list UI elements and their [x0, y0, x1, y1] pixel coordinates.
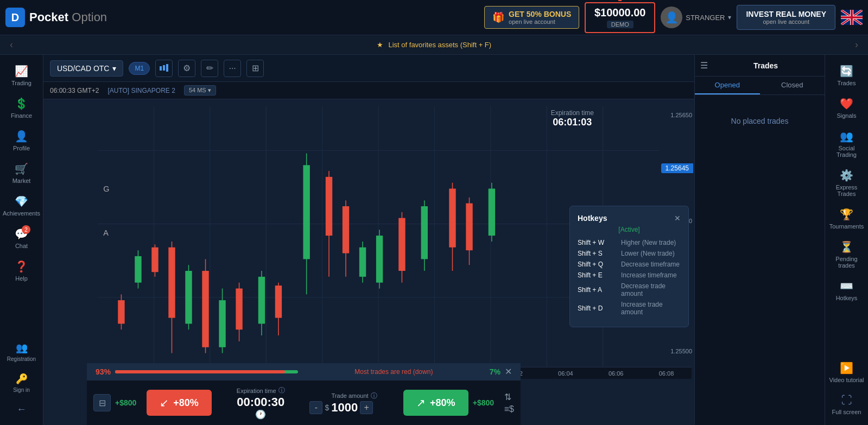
amount-controls: - $ 1000 +	[309, 401, 398, 415]
nav-right-arrow[interactable]: ›	[851, 39, 863, 50]
far-right-label-trades: Trades	[838, 80, 856, 86]
hotkey-key-1: Shift + W	[578, 239, 621, 246]
time-label-12: 06:08	[659, 370, 674, 377]
tab-opened[interactable]: Opened	[695, 77, 760, 94]
price-label-top: 1.25650	[670, 112, 692, 118]
clock-icon[interactable]: 🕐	[216, 409, 305, 420]
timeframe-value: M1	[135, 65, 144, 72]
far-right-item-signals[interactable]: ❤️ Signals	[827, 93, 866, 123]
sort-icon[interactable]: ⇅	[504, 392, 514, 402]
far-right-item-express-trades[interactable]: ⚙️ Express Trades	[827, 164, 866, 201]
hotkey-desc-2: Lower (New trade)	[621, 250, 675, 257]
hotkeys-title: Hotkeys	[578, 214, 607, 223]
trades-panel: ☰ Trades Opened Closed No placed trades	[694, 55, 825, 425]
far-right-label-hotkeys: Hotkeys	[836, 295, 858, 301]
trend-red-percent: 93%	[96, 367, 111, 376]
hotkeys-panel-header: Hotkeys ✕	[578, 214, 681, 223]
nav-left-arrow[interactable]: ‹	[5, 39, 17, 50]
sidebar-item-registration[interactable]: 👥 Registration	[2, 338, 41, 366]
svg-rect-44	[343, 206, 349, 253]
hotkey-key-4: Shift + E	[578, 271, 621, 279]
info-icon: ⓘ	[278, 386, 285, 395]
collapse-button[interactable]: ⊟	[93, 394, 111, 411]
hotkey-key-6: Shift + D	[578, 305, 621, 312]
invest-button[interactable]: INVEST REAL MONEY open live account	[737, 5, 835, 30]
favorites-text[interactable]: ★ List of favorites assets (Shift + F)	[377, 41, 491, 49]
far-right-item-tournaments[interactable]: 🏆 Tournaments	[827, 204, 866, 234]
far-right-label-express-trades: Express Trades	[829, 184, 864, 197]
sidebar-label-profile: Profile	[13, 145, 30, 151]
hotkey-desc-4: Increase timeframe	[621, 271, 677, 279]
svg-rect-26	[168, 248, 175, 318]
more-button[interactable]: ···	[224, 60, 241, 77]
user-button[interactable]: 👤 STRANGER ▾	[661, 7, 731, 28]
hotkey-desc-5: Decrease trade amount	[621, 282, 681, 297]
expiration-time: 06:01:03	[551, 117, 594, 128]
server-time: 06:00:33 GMT+2	[50, 87, 99, 94]
bonus-button[interactable]: 🎁 GET 50% BONUS open live account	[484, 6, 579, 29]
far-right-item-pending-trades[interactable]: ⏳ Pending trades	[827, 236, 866, 273]
sidebar-label-signin: Sign in	[13, 387, 30, 393]
svg-rect-36	[258, 277, 265, 324]
expiration-section: Expiration time ⓘ 00:00:30 🕐	[216, 386, 305, 420]
sidebar-item-help[interactable]: ❓ Help	[2, 256, 41, 286]
buy-button[interactable]: ↗ +80%	[403, 390, 468, 416]
sell-button[interactable]: ↙ +80%	[147, 390, 212, 416]
far-right-item-social-trading[interactable]: 👥 Social Trading	[827, 125, 866, 162]
amount-increase-button[interactable]: +	[360, 401, 373, 414]
hotkeys-panel: Hotkeys ✕ [Active] Shift + W Higher (New…	[569, 206, 689, 327]
buy-arrow-icon: ↗	[416, 396, 426, 409]
trading-icon: 📈	[15, 65, 28, 78]
invest-title: INVEST REAL MONEY	[746, 10, 826, 18]
pending-trades-icon: ⏳	[840, 240, 853, 253]
trend-label: Most trades are red (down)	[302, 368, 485, 376]
svg-text:G: G	[103, 185, 109, 193]
tab-closed[interactable]: Closed	[760, 77, 825, 94]
sidebar-item-back[interactable]: ←	[2, 399, 41, 420]
sell-percent: +80%	[173, 397, 199, 409]
signin-icon: 🔑	[16, 373, 28, 385]
ms-selector[interactable]: 54 MS ▾	[184, 85, 216, 96]
flag-uk[interactable]	[841, 10, 863, 25]
sidebar-item-finance[interactable]: 💲 Finance	[2, 93, 41, 123]
balance-button[interactable]: $10000.00 DEMO	[585, 2, 655, 33]
svg-rect-34	[236, 288, 242, 329]
far-right-item-hotkeys[interactable]: ⌨️ Hotkeys	[827, 275, 866, 306]
svg-rect-1	[160, 66, 162, 71]
sidebar-label-registration: Registration	[7, 356, 36, 362]
sidebar-item-trading[interactable]: 📈 Trading	[2, 60, 41, 91]
trades-menu-icon[interactable]: ☰	[700, 60, 708, 71]
trend-close-button[interactable]: ✕	[505, 366, 512, 377]
svg-rect-2	[163, 65, 165, 71]
svg-rect-40	[303, 165, 309, 259]
sidebar-label-help: Help	[15, 275, 28, 282]
dollar2-icon[interactable]: ≡$	[504, 404, 514, 414]
avatar: 👤	[661, 7, 682, 28]
far-right-label-fullscreen: Full screen	[832, 409, 861, 415]
far-right-item-trades[interactable]: 🔄 Trades	[827, 60, 866, 91]
sidebar-item-profile[interactable]: 👤 Profile	[2, 125, 41, 156]
sell-arrow-icon: ↙	[160, 396, 169, 409]
far-right-item-video[interactable]: ▶️ Video tutorial	[827, 357, 866, 388]
svg-rect-28	[185, 271, 192, 323]
trade-right-icons: ⇅ ≡$	[504, 392, 514, 414]
chevron-down-icon: ▾	[728, 14, 731, 21]
hotkey-row-1: Shift + W Higher (New trade)	[578, 239, 681, 246]
chart-type-button[interactable]	[155, 60, 173, 77]
sidebar-item-signin[interactable]: 🔑 Sign in	[2, 369, 41, 397]
sidebar-item-chat[interactable]: 💬 2 Chat	[2, 223, 41, 253]
pair-selector[interactable]: USD/CAD OTC ▾	[50, 60, 123, 77]
hotkeys-close-button[interactable]: ✕	[674, 214, 681, 223]
grid-button[interactable]: ⊞	[246, 60, 264, 77]
back-icon: ←	[17, 404, 27, 415]
amount-decrease-button[interactable]: -	[309, 401, 322, 414]
sidebar-item-market[interactable]: 🛒 Market	[2, 158, 41, 188]
indicators-button[interactable]: ⚙	[178, 60, 195, 77]
draw-button[interactable]: ✏	[201, 60, 218, 77]
timeframe-button[interactable]: M1	[129, 62, 150, 75]
amount-section: Trade amount ⓘ - $ 1000 +	[309, 391, 398, 415]
far-right-item-fullscreen[interactable]: ⛶ Full screen	[827, 390, 866, 420]
sidebar-item-achievements[interactable]: 💎 Achievements	[2, 191, 41, 221]
svg-rect-20	[118, 300, 124, 323]
left-sidebar: 📈 Trading 💲 Finance 👤 Profile 🛒 Market 💎…	[0, 55, 43, 425]
